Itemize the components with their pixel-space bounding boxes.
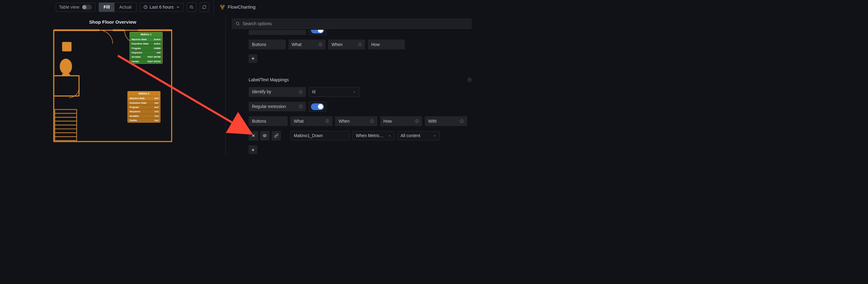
panel-title: Shop Floor Overview	[89, 19, 136, 25]
add-label-mapping-button[interactable]: +	[249, 145, 257, 154]
chevron-down-icon	[176, 5, 180, 9]
machine-title: Makino 1	[130, 32, 162, 37]
identify-by-row: Identify by i Id	[249, 87, 471, 97]
clock-icon	[143, 5, 148, 9]
info-icon[interactable]: i	[358, 42, 362, 46]
zoom-out-icon	[189, 5, 193, 9]
info-icon[interactable]: i	[326, 119, 329, 123]
eye-icon	[262, 134, 267, 138]
top-toolbar: Table view Fill Actual Last 6 hours Flow…	[0, 0, 477, 15]
regex-toggle[interactable]	[311, 103, 324, 110]
preview-pane: Shop Floor Overview	[0, 15, 226, 157]
info-icon[interactable]: i	[468, 78, 471, 82]
zoom-out-button[interactable]	[187, 2, 196, 12]
event-columns-header: Buttons Whati Wheni How	[249, 39, 471, 49]
plugin-title: FlowCharting	[220, 4, 255, 10]
regex-row: Regular exression i	[249, 102, 471, 112]
refresh-icon	[202, 5, 207, 9]
col-what: Whati	[288, 39, 326, 49]
machine-title: Makino 2	[128, 91, 160, 96]
caret-down-icon	[388, 134, 391, 137]
label-text-mappings-header: Label/Text Mappings i	[249, 77, 471, 82]
regex-field-cut: Regular exression i	[249, 30, 306, 35]
section-title: Label/Text Mappings	[249, 77, 289, 82]
col-what: Whati	[290, 116, 333, 126]
time-range-label: Last 6 hours	[150, 5, 174, 9]
col-how: Howi	[380, 116, 422, 126]
time-range-picker[interactable]: Last 6 hours	[140, 3, 183, 12]
machine-box-2[interactable]: Makino 2 Machine Statetext Downtime Stat…	[127, 91, 160, 123]
label-mapping-row: When Metric… All content	[249, 131, 471, 141]
col-when: Wheni	[335, 116, 377, 126]
link-mapping-button[interactable]	[272, 131, 281, 140]
machine-box-1[interactable]: Makino 1 Machine StateActive Downtime St…	[129, 32, 163, 64]
actual-button[interactable]: Actual	[115, 3, 136, 12]
search-icon	[236, 22, 240, 26]
fill-actual-segment: Fill Actual	[99, 2, 136, 12]
toggle-visibility-button[interactable]	[260, 131, 270, 140]
svg-point-19	[264, 135, 266, 137]
label-columns-header: Buttons Whati Wheni Howi Withi	[249, 116, 471, 126]
when-select[interactable]: When Metric…	[352, 131, 395, 141]
info-icon[interactable]: i	[299, 90, 303, 94]
regex-toggle-cut[interactable]	[311, 30, 324, 33]
identify-by-select[interactable]: Id	[309, 87, 359, 97]
refresh-button[interactable]	[200, 2, 209, 12]
regex-toggle-wrap-cut	[309, 30, 327, 35]
svg-point-18	[236, 22, 239, 25]
what-input[interactable]	[290, 131, 350, 141]
col-how: How	[368, 39, 405, 49]
svg-rect-9	[62, 74, 70, 76]
table-view-switch[interactable]	[82, 5, 92, 10]
fill-button[interactable]: Fill	[99, 3, 115, 12]
col-when: Wheni	[328, 39, 365, 49]
plugin-name-text: FlowCharting	[228, 4, 256, 10]
regex-label: Regular exression i	[249, 102, 306, 112]
caret-down-icon	[433, 134, 436, 137]
col-buttons: Buttons	[249, 116, 288, 126]
col-buttons: Buttons	[249, 39, 286, 49]
delete-mapping-button[interactable]	[249, 131, 258, 140]
how-select[interactable]: All content	[397, 131, 439, 141]
table-view-toggle-group[interactable]: Table view	[56, 3, 95, 12]
identify-by-label: Identify by i	[249, 87, 306, 97]
flowcharting-icon	[220, 5, 225, 10]
info-icon[interactable]: i	[318, 42, 322, 46]
svg-rect-3	[223, 5, 224, 6]
close-icon	[251, 134, 255, 138]
info-icon[interactable]: i	[299, 105, 303, 108]
caret-down-icon	[353, 90, 356, 93]
svg-rect-8	[62, 60, 70, 62]
info-icon[interactable]: i	[415, 119, 419, 123]
shop-floor-diagram: Makino 1 Machine StateActive Downtime St…	[52, 29, 173, 143]
col-with: Withi	[425, 116, 467, 126]
svg-rect-2	[220, 5, 222, 6]
regex-row-cut: Regular exression i	[249, 30, 471, 35]
svg-rect-6	[62, 42, 71, 51]
add-event-mapping-button[interactable]: +	[249, 54, 257, 63]
table-view-label: Table view	[59, 5, 79, 9]
info-icon[interactable]: i	[460, 119, 463, 123]
info-icon[interactable]: i	[370, 119, 374, 123]
search-options-input[interactable]: Search options	[232, 19, 471, 29]
svg-rect-4	[222, 8, 223, 9]
link-icon	[274, 134, 278, 138]
search-placeholder: Search options	[243, 21, 272, 26]
options-pane: Search options Regular exression i Butto…	[226, 15, 477, 157]
